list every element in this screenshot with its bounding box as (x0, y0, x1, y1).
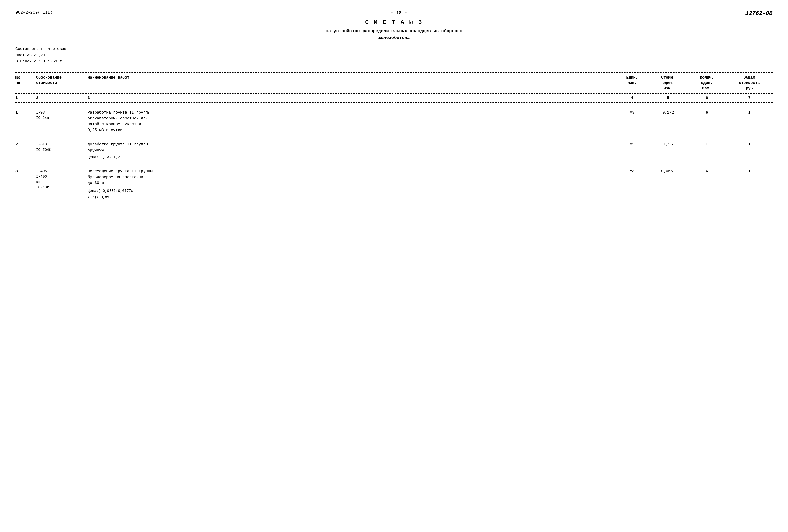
row1-desc: Разработка грунта II группы экскаватором… (87, 110, 615, 133)
row3-qty: 6 (688, 169, 726, 173)
col4-label-line1: Един. (615, 75, 649, 80)
row3-basis: I-405 I-406 к=2 IO-48г (36, 169, 87, 190)
row1-desc-line1: Разработка грунта II группы (87, 110, 615, 116)
col3-label: Наименование работ (87, 75, 615, 80)
col6-label-line2: един. (688, 80, 726, 86)
composed-line2: лист АС-30,31 (16, 52, 772, 59)
row2-desc-line2: вручную (87, 148, 615, 154)
row2-desc: Доработка грунта II группы вручную Цена:… (87, 142, 615, 160)
title-section: С М Е Т А № 3 на устройство распределите… (16, 19, 772, 41)
col1-label-line1: №№ (16, 75, 36, 80)
col6-label-line3: изм. (688, 86, 726, 91)
row3-desc-line1: Перемещение грунта II группы (87, 169, 615, 175)
col-price-header: Стоим. един. изм. (649, 75, 688, 91)
row2-desc-line1: Доработка грунта II группы (87, 142, 615, 148)
title-sub-line2: железобетона (16, 35, 772, 41)
row2-total: I (726, 142, 772, 147)
table-row: 1. I-93 IO-24в Разработка грунта II груп… (16, 107, 772, 136)
row3-basis-line4: IO-48г (36, 185, 87, 190)
col6-label-line1: Колич. (688, 75, 726, 80)
row1-basis: I-93 IO-24в (36, 110, 87, 121)
composed-section: Составлена по чертежам лист АС-30,31 В ц… (16, 46, 772, 65)
col5-label-line1: Стоим. (649, 75, 688, 80)
table-header-row: №№ пп Обоснование стоимости Наименование… (16, 73, 772, 94)
row2-num: 2. (16, 142, 36, 147)
col7-label-line1: Общая (726, 75, 772, 80)
row3-price-note-line2: х 2)х 0,85 (87, 195, 615, 200)
row2-price: I,36 (649, 142, 688, 147)
index-row: 1 2 3 4 5 6 7 (16, 94, 772, 103)
col4-label-line2: изм. (615, 80, 649, 86)
title-sub: на устройство распределительных колодцев… (16, 28, 772, 41)
col7-label-line2: стоимость (726, 80, 772, 86)
col5-label-line2: един. (649, 80, 688, 86)
table-section: №№ пп Обоснование стоимости Наименование… (16, 70, 772, 203)
row3-price-note: Цена:( 0,0306+0,0I77х х 2)х 0,85 (87, 188, 615, 200)
col-basis-header: Обоснование стоимости (36, 75, 87, 86)
index-col6: 6 (688, 96, 726, 100)
row1-basis-line2: IO-24в (36, 115, 87, 121)
col1-label-line2: пп (16, 80, 36, 86)
row1-basis-line1: I-93 (36, 110, 87, 115)
row1-price: 0,172 (649, 110, 688, 115)
col-name-header: Наименование работ (87, 75, 615, 80)
index-col3: 3 (87, 96, 615, 100)
col-qty-header: Колич. един. изм. (688, 75, 726, 91)
col5-label-line3: изм. (649, 86, 688, 91)
col7-label-line3: руб (726, 86, 772, 91)
composed-line3: В ценах о 1.I.1969 г. (16, 59, 772, 65)
col2-label-line1: Обоснование (36, 75, 87, 80)
doc-number: 902-2-209( III) (16, 10, 53, 15)
row2-unit: м3 (615, 142, 649, 147)
row2-qty: I (688, 142, 726, 147)
row3-basis-line2: I-406 (36, 174, 87, 180)
index-col2: 2 (36, 96, 87, 100)
row3-price-note-line1: Цена:( 0,0306+0,0I77х (87, 188, 615, 193)
col-num-header: №№ пп (16, 75, 36, 86)
title-sub-line1: на устройство распределительных колодцев… (16, 28, 772, 35)
index-col7: 7 (726, 96, 772, 100)
index-col5: 5 (649, 96, 688, 100)
header-section: 902-2-209( III) - 18 - 12762-08 (16, 10, 772, 17)
right-number: 12762-08 (745, 10, 772, 17)
row3-basis-line3: к=2 (36, 180, 87, 185)
page-number: - 18 - (53, 10, 745, 16)
row1-num: 1. (16, 110, 36, 115)
index-col1: 1 (16, 96, 36, 100)
col-unit-header: Един. изм. (615, 75, 649, 86)
index-col4: 4 (615, 96, 649, 100)
top-dashed-line (16, 70, 772, 70)
row1-qty: 6 (688, 110, 726, 115)
row1-unit: м3 (615, 110, 649, 115)
title-main: С М Е Т А № 3 (16, 19, 772, 26)
row3-unit: м3 (615, 169, 649, 173)
row1-desc-line2: экскаватором- обратной ло- (87, 116, 615, 122)
col-total-header: Общая стоимость руб (726, 75, 772, 91)
col2-label-line2: стоимости (36, 80, 87, 86)
row1-desc-line4: 0,25 м3 в сутки (87, 127, 615, 134)
row2-price-note: Цена: I,I3х I,2 (87, 155, 615, 160)
row3-desc: Перемещение грунта II группы бульдозером… (87, 169, 615, 200)
row1-total: I (726, 110, 772, 115)
composed-line1: Составлена по чертежам (16, 46, 772, 52)
row3-total: I (726, 169, 772, 173)
row3-price: 0,056I (649, 169, 688, 173)
row3-desc-line3: до 30 м (87, 180, 615, 186)
row2-basis-line1: I-6I8 (36, 142, 87, 147)
table-row: 3. I-405 I-406 к=2 IO-48г Перемещение гр… (16, 166, 772, 203)
row1-desc-line3: патой с ковшом емкостью (87, 122, 615, 127)
row2-basis-line2: IO-IO4б (36, 147, 87, 153)
row3-num: 3. (16, 169, 36, 173)
row2-basis: I-6I8 IO-IO4б (36, 142, 87, 153)
row3-basis-line1: I-405 (36, 169, 87, 174)
table-row: 2. I-6I8 IO-IO4б Доработка грунта II гру… (16, 139, 772, 163)
row3-desc-line2: бульдозером на расстояние (87, 175, 615, 181)
